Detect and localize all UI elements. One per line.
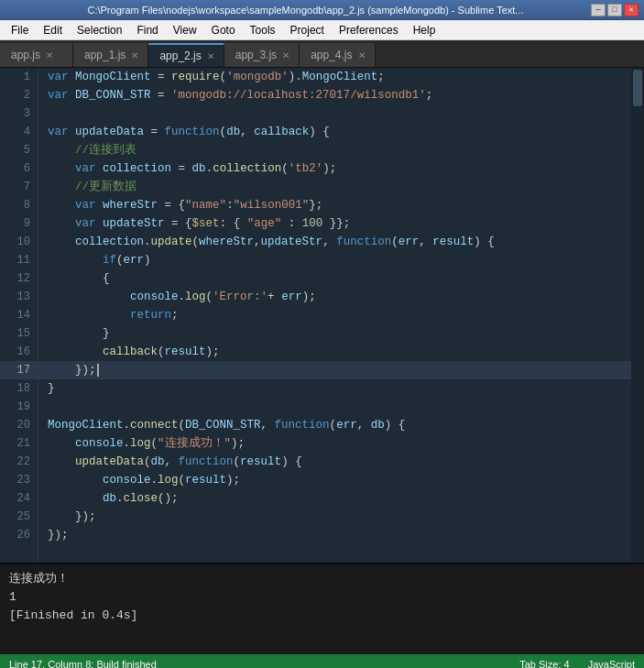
code-line-10: collection.update(whereStr,updateStr, fu… xyxy=(38,233,631,251)
code-line-6: var collection = db.collection('tb2'); xyxy=(38,159,631,178)
code-line-12: { xyxy=(38,269,631,288)
code-line-4: var updateData = function(db, callback) … xyxy=(38,123,631,141)
output-line-3: [Finished in 0.4s] xyxy=(9,607,635,625)
code-line-7: //更新数据 xyxy=(38,178,631,196)
code-line-9: var updateStr = {$set: { "age" : 100 }}; xyxy=(38,214,631,233)
status-right: Tab Size: 4 JavaScript xyxy=(519,659,635,668)
code-line-18: } xyxy=(38,379,631,398)
status-bar: Line 17, Column 8; Build finished Tab Si… xyxy=(0,654,644,668)
output-line-1: 连接成功！ xyxy=(9,570,635,588)
code-line-23: console.log(result); xyxy=(38,471,631,489)
menu-tools[interactable]: Tools xyxy=(243,22,283,38)
code-line-20: MongoClient.connect(DB_CONN_STR, functio… xyxy=(38,416,631,434)
menu-edit[interactable]: Edit xyxy=(36,22,70,38)
tab-app1-js[interactable]: app_1.js ✕ xyxy=(73,43,148,67)
code-line-2: var DB_CONN_STR = 'mongodb://localhost:2… xyxy=(38,86,631,104)
code-line-16: callback(result); xyxy=(38,343,631,361)
status-position: Line 17, Column 8; Build finished xyxy=(9,659,157,668)
maximize-button[interactable]: □ xyxy=(607,4,622,16)
code-line-21: console.log("连接成功！"); xyxy=(38,434,631,453)
minimize-button[interactable]: ─ xyxy=(591,4,606,16)
line-numbers: 1 2 3 4 5 6 7 8 9 10 11 12 13 14 15 16 1… xyxy=(0,68,38,563)
output-line-2: 1 xyxy=(9,588,635,607)
code-line-25: }); xyxy=(38,508,631,526)
code-line-11: if(err) xyxy=(38,251,631,269)
menu-project[interactable]: Project xyxy=(283,22,332,38)
code-line-26: }); xyxy=(38,526,631,544)
menu-view[interactable]: View xyxy=(166,22,204,38)
code-line-13: console.log('Error:'+ err); xyxy=(38,288,631,306)
code-line-15: } xyxy=(38,324,631,343)
language[interactable]: JavaScript xyxy=(588,659,635,668)
title-text: C:\Program Files\nodejs\workspace\sample… xyxy=(20,5,591,16)
scrollbar[interactable] xyxy=(631,68,644,563)
scrollbar-thumb[interactable] xyxy=(633,70,642,106)
close-tab-app-js[interactable]: ✕ xyxy=(46,50,53,60)
code-area[interactable]: var MongoClient = require('mongodb').Mon… xyxy=(38,68,631,563)
code-line-19 xyxy=(38,398,631,416)
menu-file[interactable]: File xyxy=(4,22,36,38)
code-line-8: var whereStr = {"name":"wilson001"}; xyxy=(38,196,631,214)
close-tab-app4-js[interactable]: ✕ xyxy=(358,50,366,60)
code-line-3 xyxy=(38,104,631,123)
window-controls[interactable]: ─ □ ✕ xyxy=(591,4,639,16)
tab-app3-js[interactable]: app_3.js ✕ xyxy=(224,43,300,67)
menu-goto[interactable]: Goto xyxy=(204,22,243,38)
code-line-5: //连接到表 xyxy=(38,141,631,159)
code-line-22: updateData(db, function(result) { xyxy=(38,453,631,471)
menu-selection[interactable]: Selection xyxy=(70,22,129,38)
menu-preferences[interactable]: Preferences xyxy=(332,22,406,38)
tab-app-js[interactable]: app.js ✕ xyxy=(0,43,73,67)
close-tab-app2-js[interactable]: ✕ xyxy=(207,51,214,61)
editor[interactable]: 1 2 3 4 5 6 7 8 9 10 11 12 13 14 15 16 1… xyxy=(0,68,644,563)
code-line-24: db.close(); xyxy=(38,489,631,508)
tab-size[interactable]: Tab Size: 4 xyxy=(519,659,569,668)
title-bar: C:\Program Files\nodejs\workspace\sample… xyxy=(0,0,644,20)
tab-bar: app.js ✕ app_1.js ✕ app_2.js ✕ app_3.js … xyxy=(0,40,644,68)
menu-find[interactable]: Find xyxy=(129,22,165,38)
tab-app4-js[interactable]: app_4.js ✕ xyxy=(300,43,375,67)
code-line-1: var MongoClient = require('mongodb').Mon… xyxy=(38,68,631,86)
menu-help[interactable]: Help xyxy=(406,22,443,38)
close-button[interactable]: ✕ xyxy=(624,4,639,16)
menu-bar: File Edit Selection Find View Goto Tools… xyxy=(0,20,644,40)
tab-app2-js[interactable]: app_2.js ✕ xyxy=(148,43,224,67)
close-tab-app3-js[interactable]: ✕ xyxy=(282,50,289,60)
close-tab-app1-js[interactable]: ✕ xyxy=(131,50,138,60)
code-line-14: return; xyxy=(38,306,631,324)
code-line-17: }); xyxy=(38,361,631,379)
output-panel: 连接成功！ 1 [Finished in 0.4s] xyxy=(0,563,644,654)
